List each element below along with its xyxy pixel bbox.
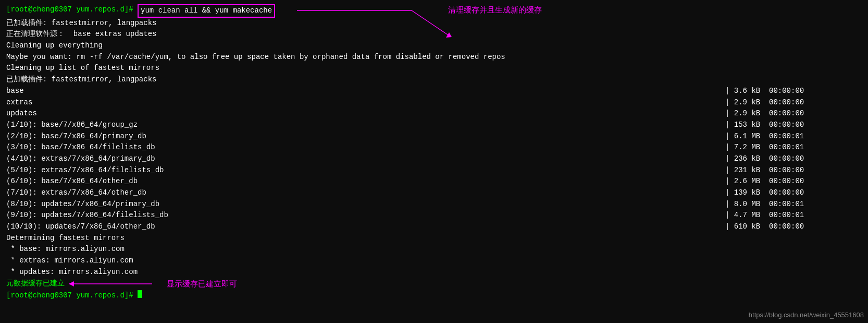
svg-marker-4 <box>69 281 74 286</box>
row-base: base| 3.6 kB 00:00:00 <box>6 86 862 97</box>
terminal: [root@cheng0307 yum.repos.d]# yum clean … <box>0 0 868 305</box>
row-2-10: (2/10): base/7/x86_64/primary_db| 6.1 MB… <box>6 131 862 142</box>
cursor-block <box>138 290 142 298</box>
line-extras-mirror: * extras: mirrors.aliyun.com <box>6 255 862 267</box>
annotation-arrow-bottom <box>69 279 163 289</box>
row-10-10: (10/10): updates/7/x86_64/other_db| 610 … <box>6 221 862 233</box>
command-text: yum clean all && yum makecache <box>138 4 275 18</box>
line-4: Maybe you want: rm -rf /var/cache/yum, t… <box>6 52 862 63</box>
svg-marker-2 <box>446 32 452 38</box>
annotation-cache-label: 清理缓存并且生成新的缓存 <box>448 4 542 16</box>
final-prompt: [root@cheng0307 yum.repos.d]# <box>6 290 138 302</box>
line-3: Cleaning up everything <box>6 40 862 52</box>
metadata-line: 元数据缓存已建立 显示缓存已建立即可 <box>6 278 862 290</box>
metadata-text: 元数据缓存已建立 <box>6 278 65 290</box>
annotation-arrow-top <box>297 6 464 40</box>
row-extras: extras| 2.9 kB 00:00:00 <box>6 97 862 109</box>
line-5: Cleaning up list of fastest mirrors <box>6 63 862 74</box>
row-updates: updates| 2.9 kB 00:00:00 <box>6 108 862 119</box>
row-1-10: (1/10): base/7/x86_64/group_gz| 153 kB 0… <box>6 119 862 131</box>
data-rows: base| 3.6 kB 00:00:00 extras| 2.9 kB 00:… <box>6 86 862 233</box>
row-7-10: (7/10): extras/7/x86_64/other_db| 139 kB… <box>6 187 862 199</box>
watermark: https://blog.csdn.net/weixin_45551608 <box>749 311 864 319</box>
annotation-cache-ready-label: 显示缓存已建立即可 <box>167 278 237 290</box>
row-5-10: (5/10): extras/7/x86_64/filelists_db| 23… <box>6 165 862 176</box>
line-6: 已加载插件: fastestmirror, langpacks <box>6 74 862 86</box>
row-9-10: (9/10): updates/7/x86_64/filelists_db| 4… <box>6 210 862 221</box>
line-updates-mirror: * updates: mirrors.aliyun.com <box>6 267 862 278</box>
row-3-10: (3/10): base/7/x86_64/filelists_db| 7.2 … <box>6 142 862 153</box>
svg-line-1 <box>412 10 448 35</box>
prompt: [root@cheng0307 yum.repos.d]# <box>6 4 138 18</box>
row-4-10: (4/10): extras/7/x86_64/primary_db| 236 … <box>6 153 862 165</box>
line-determining: Determining fastest mirrors <box>6 233 862 244</box>
row-6-10: (6/10): base/7/x86_64/other_db| 2.6 MB 0… <box>6 176 862 187</box>
line-base-mirror: * base: mirrors.aliyun.com <box>6 244 862 255</box>
line-final-prompt: [root@cheng0307 yum.repos.d]# <box>6 290 862 302</box>
row-8-10: (8/10): updates/7/x86_64/primary_db| 8.0… <box>6 199 862 210</box>
